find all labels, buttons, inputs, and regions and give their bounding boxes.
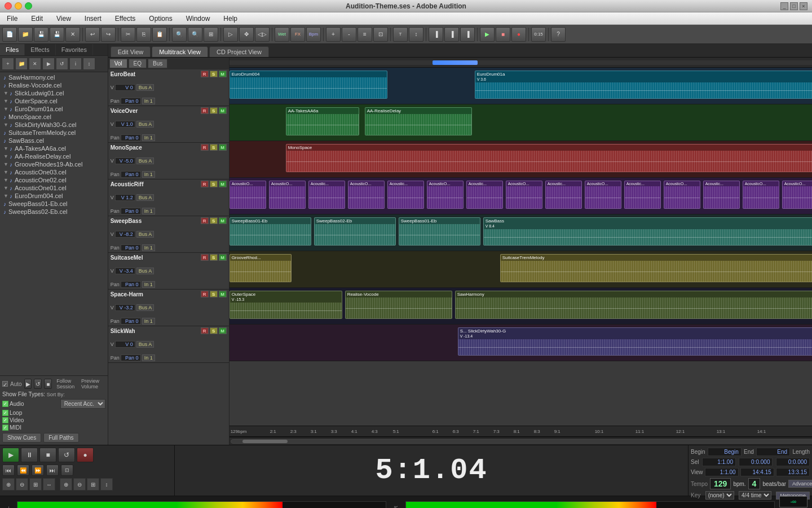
tb-stop[interactable]: ■ (496, 27, 510, 42)
list-item[interactable]: ▼♪EuroDrum01a.cel (1, 105, 107, 113)
clip-acoustic-3[interactable]: Acoustic... (308, 181, 345, 209)
list-item[interactable]: ♪SweepBass01-Eb.cel (1, 200, 107, 208)
tb-paste[interactable]: 📋 (152, 27, 167, 42)
vol-val-eurobeat[interactable]: V 0 (115, 84, 135, 91)
menu-view[interactable]: View (54, 14, 73, 24)
advanced-button[interactable]: Advanced... (788, 480, 812, 488)
bus-val-eurobeat[interactable]: Bus A (136, 84, 155, 91)
clip-acoustic-6[interactable]: AcousticO... (427, 181, 464, 209)
track-row-acousticriff[interactable]: AcousticO... AcousticO... Acoustic... (230, 178, 812, 214)
tab-edit-view[interactable]: Edit View (111, 46, 151, 57)
pt-open[interactable]: 📁 (15, 58, 28, 70)
in-val-monospace[interactable]: In 1 (142, 171, 155, 178)
menu-help[interactable]: Help (221, 14, 240, 24)
track-mute-voiceover[interactable]: M (219, 107, 227, 114)
clip-outerspace[interactable]: OuterSpaceV -15.3 (230, 291, 342, 319)
track-row-slickwah[interactable]: S... SlickDirtyWah30-GV -13.4 8 (230, 325, 812, 361)
vol-val-slickwah[interactable]: V 0 (115, 341, 135, 348)
clip-sweepbass01[interactable]: SweepBass01-Eb (230, 217, 311, 246)
sort-select[interactable]: Recent Acc. Name Duration (60, 399, 105, 409)
transport-stop[interactable]: ■ (39, 448, 56, 462)
clip-acoustic-14[interactable]: AcousticO... (743, 181, 779, 209)
key-select[interactable]: (none) (705, 491, 734, 500)
in-val-suitcasemel[interactable]: In 1 (142, 281, 155, 288)
tb-zoom-in[interactable]: 🔍 (172, 27, 187, 42)
list-item[interactable]: ▼♪AcousticOne01.cel (1, 184, 107, 192)
in-val-acousticriff[interactable]: In 1 (142, 208, 155, 214)
track-rec-acousticriff[interactable]: R (201, 181, 209, 187)
zoom-all-h[interactable]: ⊞ (29, 478, 42, 491)
bus-val-sweepbass[interactable]: Bus A (136, 231, 155, 238)
preview-play[interactable]: ▶ (24, 379, 32, 389)
clip-monospace[interactable]: MonoSpace (286, 144, 812, 172)
mixer-tab-vol[interactable]: Vol (109, 59, 127, 68)
close-button[interactable] (5, 2, 12, 10)
track-row-voiceover[interactable]: AA-TakesAA6a AA-RealiseDelay 2 (230, 104, 812, 141)
bus-val-slickwah[interactable]: Bus A (136, 341, 155, 348)
pan-val-acousticriff[interactable]: Pan 0 (121, 208, 141, 214)
track-mute-eurobeat[interactable]: M (219, 71, 227, 77)
tb-bpm[interactable]: Bpm (306, 27, 321, 42)
transport-rewind[interactable]: ⏪ (17, 465, 29, 476)
pan-val-slickwah[interactable]: Pan 0 (121, 354, 141, 361)
midi-cb[interactable]: ✓MIDI (2, 424, 21, 431)
clip-acoustic-1[interactable]: AcousticO... (230, 181, 266, 209)
h-scroll-thumb[interactable] (242, 440, 288, 443)
preview-stop[interactable]: ■ (44, 379, 52, 389)
tab-effects[interactable]: Effects (25, 44, 55, 55)
track-solo-suitcasemel[interactable]: S (210, 254, 218, 261)
zoom-out-v[interactable]: ⊖ (73, 478, 86, 491)
track-rec-suitcasemel[interactable]: R (201, 254, 209, 261)
bus-val-acousticriff[interactable]: Bus A (136, 194, 155, 201)
pt-close[interactable]: ✕ (29, 58, 41, 70)
list-item[interactable]: ▼♪AcousticOne02.cel (1, 176, 107, 184)
transport-extra[interactable]: ⊡ (61, 465, 73, 476)
pan-val-voiceover[interactable]: Pan 0 (121, 134, 141, 141)
bus-val-voiceover[interactable]: Bus A (136, 121, 155, 128)
list-item[interactable]: ▼♪GrooveRhodes19-Ab.cel (1, 160, 107, 168)
vol-val-monospace[interactable]: V -5.0 (115, 157, 135, 164)
list-item[interactable]: ♪SawHarmony.cel (1, 73, 107, 81)
tb-cut[interactable]: ✂ (121, 27, 135, 42)
tb-save-all[interactable]: 💾 (50, 27, 64, 42)
tb-meter1[interactable]: ▐ (429, 27, 443, 42)
tab-favorites[interactable]: Favorites (56, 44, 93, 55)
track-row-monospace[interactable]: MonoSpace 3 (230, 141, 812, 178)
list-item[interactable]: ▼♪EuroDrum004.cel (1, 192, 107, 200)
list-item[interactable]: ♪SawBass.cel (1, 137, 107, 144)
bus-val-monospace[interactable]: Bus A (136, 157, 155, 164)
clip-sawharmony[interactable]: SawHarmony (455, 291, 812, 319)
zoom-extra[interactable]: ↔ (43, 478, 55, 491)
track-solo-eurobeat[interactable]: S (210, 71, 218, 77)
mixer-tab-bus[interactable]: Bus (148, 59, 167, 68)
tb-zoom-all[interactable]: ⊞ (204, 27, 218, 42)
beats-value[interactable]: 4 (748, 478, 761, 489)
mixer-tab-eq[interactable]: EQ (129, 59, 147, 68)
pt-sort[interactable]: ↕ (83, 58, 95, 70)
clip-eurodrum01a[interactable]: EuroDrum01aV 3.6 (475, 71, 812, 99)
menu-options[interactable]: Options (147, 14, 174, 24)
tb-save[interactable]: 💾 (34, 27, 48, 42)
track-mute-slickwah[interactable]: M (219, 327, 227, 334)
clip-acoustic-5[interactable]: Acoustic... (387, 181, 424, 209)
tb-copy[interactable]: ⎘ (136, 27, 151, 42)
zoom-in-h[interactable]: ⊕ (2, 478, 15, 491)
clip-realisevocode[interactable]: Realise-Vocode (345, 291, 452, 319)
zoom-all-v[interactable]: ⊞ (87, 478, 99, 491)
list-item[interactable]: ♪SweepBass02-Eb.cel (1, 208, 107, 216)
win-maximize[interactable]: □ (790, 2, 798, 10)
clip-takesaa6a[interactable]: AA-TakesAA6a (286, 107, 359, 135)
list-item[interactable]: ▼♪OuterSpace.cel (1, 97, 107, 105)
video-cb[interactable]: ✓Video (2, 417, 24, 423)
clip-sweepbass01-2[interactable]: SweepBass01-Eb (399, 217, 480, 246)
vol-val-suitcasemel[interactable]: V -3.4 (115, 268, 135, 274)
transport-rec[interactable]: ● (77, 448, 94, 462)
track-rec-eurobeat[interactable]: R (201, 71, 209, 77)
win-minimize[interactable]: _ (780, 2, 788, 10)
clip-acoustic-13[interactable]: Acoustic... (703, 181, 740, 209)
audio-checkbox-item[interactable]: ✓Audio (2, 401, 24, 407)
win-close[interactable]: × (800, 2, 807, 10)
menu-insert[interactable]: Insert (82, 14, 104, 24)
zoom-extra-v[interactable]: ↕ (100, 478, 113, 491)
pt-import[interactable]: + (2, 58, 14, 70)
